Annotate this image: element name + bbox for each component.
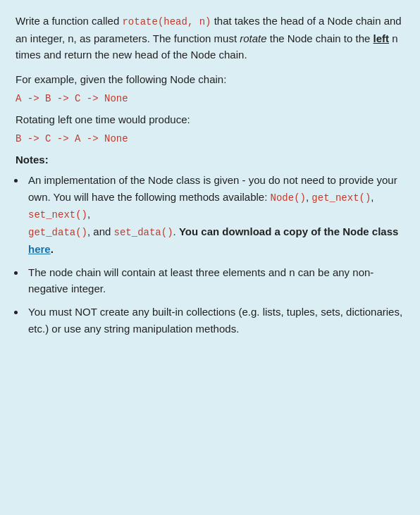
notes-heading: Notes: xyxy=(16,151,404,168)
bold-left: left xyxy=(373,32,390,44)
rotate-function-code: rotate(head, n) xyxy=(122,16,211,27)
bullet1-period: . xyxy=(51,243,54,255)
code-get-data: get_data() xyxy=(28,227,87,238)
code-set-next: set_next() xyxy=(28,209,87,221)
intro-paragraph: Write a function called rotate(head, n) … xyxy=(16,13,404,63)
bullet1-bold: You can download a copy of the Node clas… xyxy=(179,225,398,237)
code-get-next: get_next() xyxy=(311,192,371,204)
bullet2-text: The node chain will contain at least thr… xyxy=(28,266,373,294)
list-item-2: The node chain will contain at least thr… xyxy=(25,264,404,297)
list-item-3: You must NOT create any built-in collect… xyxy=(25,304,404,337)
bullet3-text: You must NOT create any built-in collect… xyxy=(28,306,402,334)
rotating-text: Rotating left one time would produce: xyxy=(16,111,404,128)
notes-list: An implementation of the Node class is g… xyxy=(25,172,404,337)
main-container: Write a function called rotate(head, n) … xyxy=(0,0,420,359)
intro-text-1: Write a function called xyxy=(16,15,122,27)
italic-rotate: rotate xyxy=(240,32,266,44)
list-item-1: An implementation of the Node class is g… xyxy=(25,172,404,257)
example-label: For example, given the following Node ch… xyxy=(16,71,404,87)
chain-2: B -> C -> A -> None xyxy=(16,132,404,147)
intro-text-3: the Node chain to the xyxy=(267,32,373,44)
chain-1: A -> B -> C -> None xyxy=(16,92,404,107)
here-link[interactable]: here xyxy=(28,243,51,255)
code-node: Node() xyxy=(271,192,306,204)
code-set-data: set_data() xyxy=(114,227,173,238)
